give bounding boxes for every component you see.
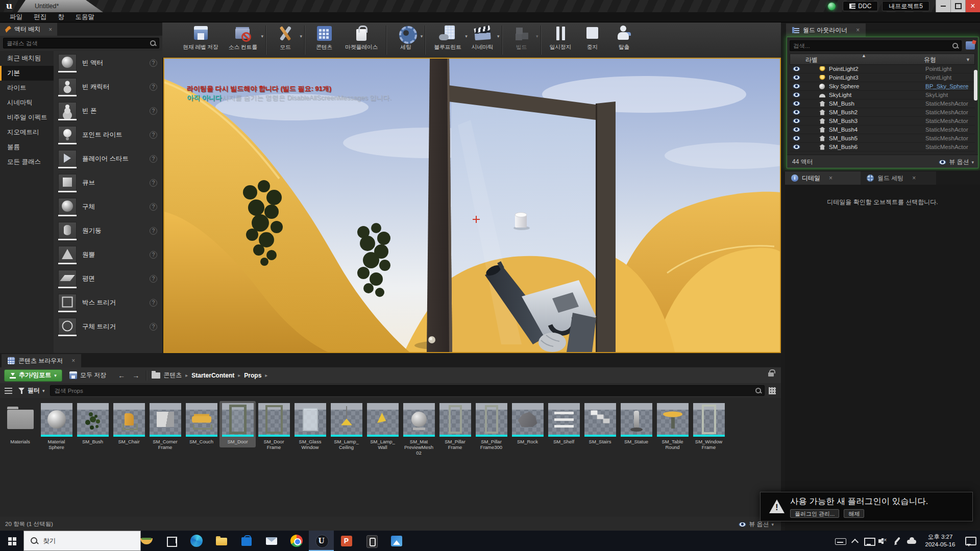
category-item[interactable]: 최근 배치됨 — [0, 51, 54, 66]
add-import-button[interactable]: 추가/임포트 — [4, 369, 62, 382]
outliner-row[interactable]: SM_Bush4 StaticMeshActor — [790, 126, 975, 134]
world-picker-icon[interactable] — [966, 41, 975, 49]
sort-ascending-icon[interactable]: ▲ — [862, 53, 866, 58]
tab-world-settings[interactable]: 월드 세팅 — [861, 171, 936, 185]
toolbar-button-modes[interactable]: 모드 — [270, 22, 301, 58]
outliner-row[interactable]: SM_Bush2 StaticMeshActor — [790, 108, 975, 117]
close-button[interactable] — [965, 0, 980, 12]
close-icon[interactable] — [912, 174, 916, 182]
actor-item[interactable]: 구체 — [54, 195, 162, 219]
3d-viewport[interactable]: 라이팅을 다시 빌드해야 합니다 (빌드 필요: 91개) 아직 아니다시지를 … — [163, 58, 781, 353]
toolbar-button-stop[interactable]: 중지 — [576, 22, 608, 58]
outliner-row[interactable]: SM_Bush3 StaticMeshActor — [790, 117, 975, 126]
help-icon[interactable] — [150, 131, 157, 139]
scrollbar[interactable] — [974, 70, 977, 101]
actor-item[interactable]: 빈 액터 — [54, 51, 162, 75]
help-icon[interactable] — [150, 59, 157, 67]
outliner-header[interactable]: 라벨 ▲ 유형 ▼ — [790, 54, 975, 65]
toolbar-button-blueprints[interactable]: 블루프린트 — [429, 22, 467, 58]
tray-icon[interactable] — [848, 535, 861, 547]
help-icon[interactable] — [150, 275, 157, 283]
category-item[interactable]: 시네마틱 — [0, 95, 54, 110]
taskbar-app[interactable] — [359, 531, 384, 551]
close-icon[interactable] — [71, 357, 75, 364]
outliner-row[interactable]: SM_Bush5 StaticMeshActor — [790, 134, 975, 143]
visibility-eye-icon[interactable] — [793, 92, 800, 97]
category-item[interactable]: 라이트 — [0, 81, 54, 95]
asset-tile[interactable]: Material Sphere — [38, 401, 75, 453]
visibility-eye-icon[interactable] — [793, 75, 800, 80]
forward-button[interactable]: → — [129, 371, 143, 380]
actor-item[interactable]: 평면 — [54, 267, 162, 291]
close-icon[interactable] — [829, 174, 832, 182]
visibility-eye-icon[interactable] — [793, 136, 800, 141]
help-icon[interactable] — [150, 299, 157, 307]
asset-tile[interactable]: SM_Table Round — [654, 401, 691, 453]
back-button[interactable]: ← — [114, 371, 129, 380]
asset-tile[interactable]: SM_Corner Frame — [147, 401, 183, 453]
outliner-row[interactable]: Sky Sphere BP_Sky_Sphere — [790, 82, 975, 91]
column-type[interactable]: 유형 — [924, 56, 936, 64]
help-icon[interactable] — [150, 179, 157, 187]
help-icon[interactable] — [150, 155, 157, 163]
category-item[interactable]: 기본 — [0, 66, 54, 81]
taskbar-app[interactable] — [334, 531, 359, 551]
breadcrumb-segment[interactable]: Props — [244, 372, 271, 379]
actor-item[interactable]: 빈 캐릭터 — [54, 75, 162, 99]
actor-item[interactable]: 구체 트리거 — [54, 315, 162, 339]
tray-icon[interactable] — [863, 535, 875, 547]
tray-icon[interactable] — [877, 535, 889, 547]
asset-tile[interactable]: SM_Pillar Frame300 — [473, 401, 509, 453]
outliner-row[interactable]: SM_Bush StaticMeshActor — [790, 99, 975, 108]
visibility-eye-icon[interactable] — [793, 118, 800, 123]
ddc-button[interactable]: DDC — [843, 1, 878, 11]
taskbar-app[interactable] — [384, 531, 409, 551]
outliner-row[interactable]: PointLight3 PointLight — [790, 73, 975, 82]
lock-icon[interactable] — [768, 372, 774, 377]
asset-search-box[interactable] — [50, 385, 765, 396]
asset-tile[interactable]: SM_Statue — [618, 401, 654, 447]
tray-icon[interactable] — [905, 535, 918, 547]
breadcrumb-segment[interactable]: 콘텐츠 — [163, 371, 191, 380]
help-icon[interactable] — [150, 83, 157, 91]
menu-item[interactable]: 편집 — [28, 13, 52, 21]
asset-tile[interactable]: SM_Chair — [111, 401, 147, 447]
taskbar-app[interactable] — [284, 531, 309, 551]
save-all-button[interactable]: 모두 저장 — [69, 371, 106, 380]
toolbar-button-settings[interactable]: 세팅 — [390, 22, 422, 58]
actor-item[interactable]: 박스 트리거 — [54, 291, 162, 315]
tray-icon[interactable] — [834, 535, 846, 547]
tab-content-browser[interactable]: 콘텐츠 브라우저 — [2, 354, 81, 367]
toolbar-button-save-level[interactable]: 현재 레벨 저장 — [178, 22, 224, 58]
sources-panel-icon[interactable] — [5, 387, 12, 394]
chevron-down-icon[interactable] — [261, 34, 263, 39]
asset-tile[interactable]: SM_Glass Window — [292, 401, 328, 453]
taskbar-app[interactable] — [209, 531, 234, 551]
asset-tile[interactable]: SM_Couch — [183, 401, 219, 447]
asset-tile[interactable]: SM_Door Frame — [256, 401, 292, 453]
asset-tile[interactable]: Materials — [2, 401, 38, 447]
chevron-down-icon[interactable] — [300, 34, 302, 39]
outliner-search-input[interactable] — [790, 43, 952, 49]
title-bar[interactable]: u Untitled* DDC 내프로젝트5 — [0, 0, 980, 12]
tab-world-outliner[interactable]: 월드 아웃라이너 — [786, 23, 866, 37]
actor-item[interactable]: 빈 폰 — [54, 99, 162, 123]
toolbar-button-build[interactable]: 빌드 — [506, 22, 537, 58]
chevron-down-icon[interactable] — [421, 34, 423, 39]
action-center-icon[interactable] — [964, 535, 977, 547]
taskbar-app[interactable] — [234, 531, 259, 551]
actor-item[interactable]: 원기둥 — [54, 219, 162, 243]
close-icon[interactable] — [48, 26, 52, 33]
type-filter-icon[interactable]: ▼ — [966, 57, 970, 62]
asset-tile[interactable]: SM_Shelf — [546, 401, 582, 447]
taskbar-app[interactable] — [134, 531, 159, 551]
visibility-eye-icon[interactable] — [793, 66, 800, 71]
actor-item[interactable]: 원뿔 — [54, 243, 162, 267]
view-options-button[interactable]: 뷰 옵션 — [939, 158, 974, 166]
asset-tile[interactable]: SM_Pillar Frame — [437, 401, 473, 453]
tab-details[interactable]: 디테일 — [785, 171, 861, 185]
maximize-button[interactable] — [950, 0, 965, 12]
visibility-eye-icon[interactable] — [793, 127, 800, 132]
menu-item[interactable]: 창 — [52, 13, 70, 21]
asset-tile[interactable]: SM_Rock — [509, 401, 546, 447]
